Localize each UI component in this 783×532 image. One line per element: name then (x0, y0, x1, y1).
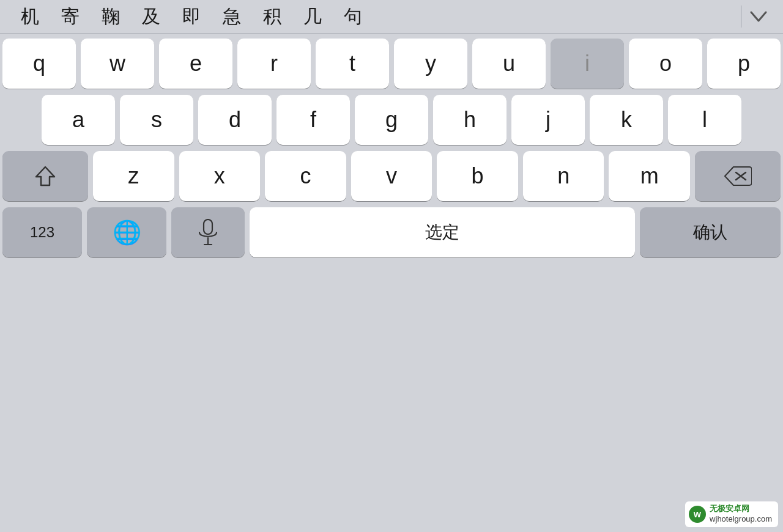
globe-icon: 🌐 (113, 219, 141, 246)
key-t[interactable]: t (316, 39, 389, 89)
key-b[interactable]: b (437, 151, 518, 201)
key-f[interactable]: f (276, 95, 350, 145)
suggestion-item-1[interactable]: 寄 (50, 4, 91, 29)
key-row-3: z x c v b n m (2, 151, 781, 201)
suggestion-items: 机 寄 鞠 及 即 急 积 几 句 (10, 4, 738, 29)
num-key[interactable]: 123 (2, 207, 82, 257)
key-g[interactable]: g (355, 95, 428, 145)
key-h[interactable]: h (433, 95, 507, 145)
watermark-text: 无极安卓网 wjhotelgroup.com (710, 504, 772, 525)
delete-key[interactable] (695, 151, 781, 201)
key-p[interactable]: p (707, 39, 781, 89)
watermark-label: 无极安卓网 (710, 504, 772, 514)
watermark-url: wjhotelgroup.com (710, 514, 772, 525)
suggestion-bar: 机 寄 鞠 及 即 急 积 几 句 (0, 0, 783, 34)
watermark: W 无极安卓网 wjhotelgroup.com (685, 501, 778, 527)
key-n[interactable]: n (523, 151, 604, 201)
suggestion-item-5[interactable]: 急 (212, 4, 252, 29)
keyboard: q w e r t y u i o p a s d f g h j k l z … (0, 34, 783, 532)
watermark-logo: W (689, 506, 706, 523)
suggestion-item-6[interactable]: 积 (252, 4, 292, 29)
key-z[interactable]: z (93, 151, 174, 201)
suggestion-bar-inner: 机 寄 鞠 及 即 急 积 几 句 (10, 4, 773, 29)
key-a[interactable]: a (42, 95, 115, 145)
space-key-label: 选定 (425, 221, 459, 244)
key-row-4: 123 🌐 选定 确认 (2, 207, 781, 257)
collapse-button[interactable] (744, 10, 773, 23)
confirm-key[interactable]: 确认 (640, 207, 781, 257)
key-m[interactable]: m (609, 151, 690, 201)
svg-rect-0 (204, 220, 212, 234)
key-o[interactable]: o (629, 39, 702, 89)
key-w[interactable]: w (81, 39, 154, 89)
shift-key[interactable] (2, 151, 88, 201)
mic-icon (198, 219, 218, 246)
key-v[interactable]: v (351, 151, 432, 201)
suggestion-item-3[interactable]: 及 (131, 4, 171, 29)
confirm-key-label: 确认 (693, 221, 727, 244)
suggestion-divider (741, 6, 741, 28)
suggestion-item-7[interactable]: 几 (292, 4, 333, 29)
key-x[interactable]: x (179, 151, 261, 201)
num-key-label: 123 (30, 224, 54, 241)
key-e[interactable]: e (159, 39, 232, 89)
key-y[interactable]: y (394, 39, 467, 89)
suggestion-item-4[interactable]: 即 (171, 4, 212, 29)
key-row-1: q w e r t y u i o p (2, 39, 781, 89)
mic-key[interactable] (171, 207, 245, 257)
suggestion-item-8[interactable]: 句 (333, 4, 373, 29)
key-s[interactable]: s (120, 95, 193, 145)
key-c[interactable]: c (265, 151, 346, 201)
globe-key[interactable]: 🌐 (87, 207, 166, 257)
key-i[interactable]: i (551, 39, 624, 89)
suggestion-item-2[interactable]: 鞠 (91, 4, 131, 29)
key-k[interactable]: k (590, 95, 663, 145)
key-j[interactable]: j (511, 95, 585, 145)
suggestion-item-0[interactable]: 机 (10, 4, 50, 29)
key-d[interactable]: d (198, 95, 272, 145)
key-r[interactable]: r (237, 39, 311, 89)
key-u[interactable]: u (472, 39, 546, 89)
key-l[interactable]: l (668, 95, 741, 145)
space-key[interactable]: 选定 (250, 207, 635, 257)
svg-text:W: W (694, 510, 702, 519)
key-row-2: a s d f g h j k l (2, 95, 781, 145)
key-q[interactable]: q (2, 39, 76, 89)
